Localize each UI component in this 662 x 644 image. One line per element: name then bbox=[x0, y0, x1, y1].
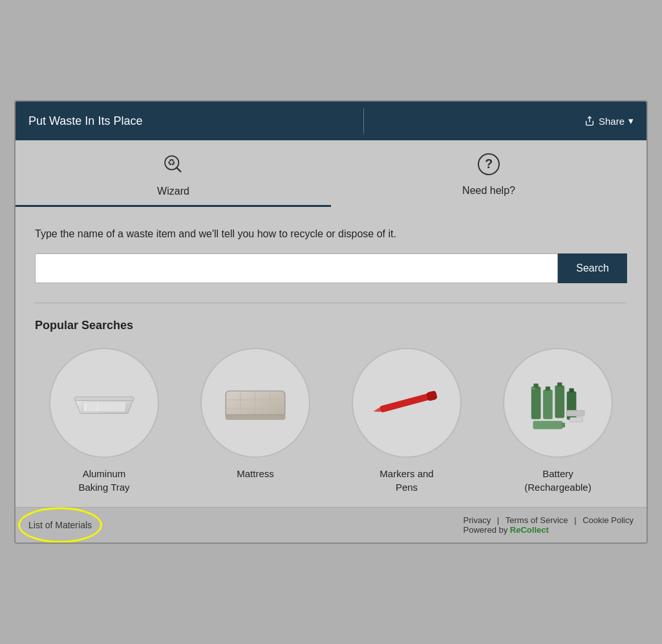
search-row: Search bbox=[35, 253, 627, 283]
svg-point-16 bbox=[254, 398, 257, 402]
list-materials-container: List of Materials bbox=[28, 519, 92, 531]
svg-rect-22 bbox=[379, 392, 434, 413]
terms-of-service-link[interactable]: Terms of Service bbox=[506, 515, 568, 525]
mattress-icon bbox=[220, 377, 291, 429]
svg-rect-26 bbox=[532, 388, 536, 390]
help-icon: ? bbox=[477, 153, 500, 181]
share-icon bbox=[584, 116, 595, 126]
header-divider bbox=[363, 108, 364, 134]
aluminum-tray-icon bbox=[69, 379, 140, 427]
popular-label-markers: Markers andPens bbox=[379, 467, 433, 494]
svg-rect-36 bbox=[570, 417, 582, 422]
popular-item-mattress[interactable]: Mattress bbox=[186, 348, 325, 494]
privacy-link[interactable]: Privacy bbox=[464, 515, 491, 525]
popular-circle-battery bbox=[503, 348, 613, 458]
recycle-search-icon: ♻ bbox=[161, 152, 186, 182]
tab-wizard-label: Wizard bbox=[157, 186, 189, 197]
footer: List of Materials Privacy | Terms of Ser… bbox=[16, 507, 646, 542]
search-button[interactable]: Search bbox=[558, 253, 627, 283]
powered-by: Powered by ReCollect bbox=[464, 525, 634, 535]
popular-circle-aluminum bbox=[49, 348, 159, 458]
popular-label-aluminum: AluminumBaking Tray bbox=[78, 467, 129, 494]
popular-searches-grid: AluminumBaking Tray bbox=[35, 348, 627, 494]
footer-links: Privacy | Terms of Service | Cookie Poli… bbox=[464, 515, 634, 525]
svg-rect-28 bbox=[546, 387, 550, 391]
battery-icon bbox=[522, 374, 593, 432]
svg-line-3 bbox=[176, 167, 180, 171]
svg-rect-6 bbox=[74, 396, 134, 400]
tab-wizard[interactable]: ♻ Wizard bbox=[16, 140, 331, 205]
app-container: Put Waste In Its Place Share ▾ ♻ bbox=[14, 100, 648, 544]
section-divider bbox=[35, 303, 627, 303]
svg-point-18 bbox=[239, 407, 242, 411]
header: Put Waste In Its Place Share ▾ bbox=[16, 102, 646, 140]
svg-rect-33 bbox=[533, 421, 563, 429]
svg-rect-27 bbox=[543, 389, 553, 419]
svg-point-20 bbox=[269, 407, 272, 411]
popular-label-mattress: Mattress bbox=[237, 467, 274, 480]
popular-item-markers-pens[interactable]: Markers andPens bbox=[337, 348, 476, 494]
svg-rect-21 bbox=[226, 414, 285, 419]
description-text: Type the name of a waste item and we'll … bbox=[35, 226, 627, 242]
svg-text:♻: ♻ bbox=[167, 158, 176, 167]
svg-rect-30 bbox=[557, 382, 562, 386]
popular-circle-markers bbox=[352, 348, 462, 458]
svg-rect-24 bbox=[531, 387, 541, 419]
main-content: Type the name of a waste item and we'll … bbox=[16, 207, 646, 507]
svg-point-17 bbox=[269, 398, 272, 402]
app-title: Put Waste In Its Place bbox=[28, 114, 142, 128]
svg-point-15 bbox=[239, 398, 242, 402]
cookie-policy-link[interactable]: Cookie Policy bbox=[582, 515, 634, 525]
popular-item-battery[interactable]: Battery(Rechargeable) bbox=[489, 348, 627, 494]
brand-name: ReCollect bbox=[510, 525, 549, 535]
svg-rect-32 bbox=[569, 389, 573, 392]
tabs-container: ♻ Wizard ? Need help? bbox=[16, 140, 646, 207]
svg-text:?: ? bbox=[485, 156, 493, 171]
svg-rect-35 bbox=[567, 410, 585, 416]
popular-item-aluminum-baking-tray[interactable]: AluminumBaking Tray bbox=[35, 348, 173, 494]
popular-searches-heading: Popular Searches bbox=[35, 319, 627, 332]
popular-label-battery: Battery(Rechargeable) bbox=[524, 467, 591, 494]
svg-rect-25 bbox=[533, 383, 538, 387]
markers-pens-icon bbox=[368, 390, 445, 416]
footer-right: Privacy | Terms of Service | Cookie Poli… bbox=[464, 515, 634, 535]
list-materials-link[interactable]: List of Materials bbox=[28, 520, 92, 530]
tab-help-label: Need help? bbox=[462, 185, 515, 197]
svg-rect-34 bbox=[562, 423, 566, 427]
share-button[interactable]: Share ▾ bbox=[584, 115, 634, 127]
svg-rect-29 bbox=[555, 385, 564, 418]
svg-point-19 bbox=[254, 407, 257, 411]
tab-help[interactable]: ? Need help? bbox=[331, 140, 646, 205]
popular-circle-mattress bbox=[200, 348, 310, 458]
search-input[interactable] bbox=[35, 253, 558, 283]
